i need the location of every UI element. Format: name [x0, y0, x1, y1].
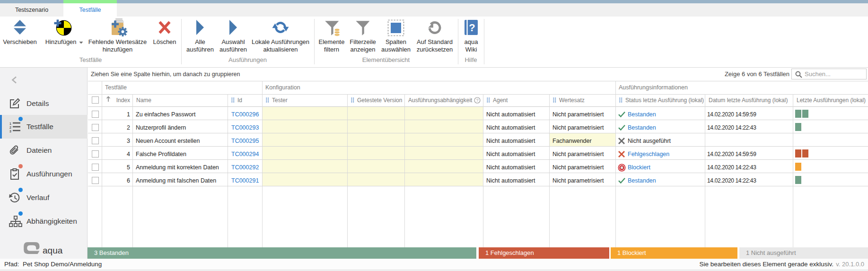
- svg-text:?: ?: [469, 22, 475, 34]
- svg-text:2: 2: [9, 126, 11, 129]
- svg-text:?: ?: [476, 98, 478, 103]
- svg-text:3: 3: [9, 130, 11, 132]
- svg-text:1: 1: [9, 122, 11, 125]
